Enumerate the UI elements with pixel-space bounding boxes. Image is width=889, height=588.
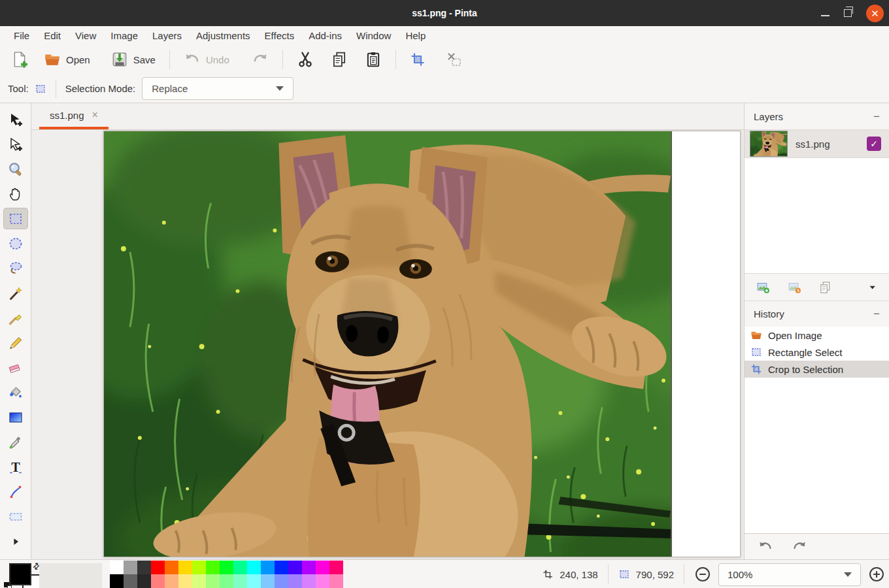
tool-magic-wand[interactable] [3,282,28,304]
reset-colors-icon[interactable] [4,582,12,588]
tool-paintbrush[interactable] [3,307,28,329]
tool-line-curve[interactable] [3,481,28,502]
palette-swatch[interactable] [247,574,261,588]
open-button[interactable]: Open [38,48,96,71]
palette-swatch[interactable] [329,574,343,588]
palette-swatch[interactable] [316,574,329,588]
palette-swatch[interactable] [206,574,220,588]
palette-swatch[interactable] [247,561,261,574]
palette-swatch[interactable] [233,574,247,588]
palette-swatch[interactable] [220,561,233,574]
palette-swatch[interactable] [302,561,316,574]
palette-swatch[interactable] [220,574,233,588]
minimize-button[interactable] [821,15,830,16]
tool-lasso-select[interactable] [3,257,28,279]
history-undo-button[interactable] [758,539,773,555]
tool-rectangle-shape[interactable] [3,506,28,527]
tool-paint-bucket[interactable] [3,382,28,403]
palette-swatch[interactable] [192,561,206,574]
palette-swatch[interactable] [261,574,275,588]
palette-swatch[interactable] [288,574,302,588]
undo-button[interactable]: Undo [178,48,235,71]
history-redo-button[interactable] [792,539,807,555]
tool-rectangle-select[interactable] [3,208,28,229]
close-button[interactable]: ✕ [866,5,884,22]
menu-window[interactable]: Window [349,29,398,42]
palette-swatch[interactable] [110,574,124,588]
palette-swatch[interactable] [233,561,247,574]
menu-file[interactable]: File [7,29,37,42]
palette-swatch[interactable] [137,574,151,588]
add-layer-button[interactable] [756,280,770,295]
tool-pan[interactable] [3,183,28,204]
crop-to-selection-button[interactable] [404,48,431,71]
menu-edit[interactable]: Edit [37,29,68,42]
tool-options-bar: Tool: Selection Mode: Replace [0,74,889,103]
palette-swatch[interactable] [275,561,288,574]
tool-move-selection[interactable] [3,108,28,130]
palette-swatch[interactable] [165,561,178,574]
copy-button[interactable] [325,48,354,71]
foreground-color-swatch[interactable] [9,563,31,585]
toolbox-expander[interactable] [3,531,28,552]
recently-used-colors [39,563,102,588]
palette-swatch[interactable] [206,561,220,574]
layer-row-ss1png[interactable]: ss1.png ✓ [745,129,889,158]
save-button[interactable]: Save [105,48,161,71]
layer-properties-button[interactable] [788,280,801,295]
palette-swatch[interactable] [178,574,192,588]
menu-help[interactable]: Help [398,29,433,42]
redo-button[interactable] [246,48,275,71]
duplicate-layer-button[interactable] [818,280,832,295]
palette-swatch[interactable] [316,561,329,574]
tool-ellipse-select[interactable] [3,233,28,254]
palette-swatch[interactable] [124,561,137,574]
palette-swatch[interactable] [288,561,302,574]
zoom-out-button[interactable] [694,566,711,583]
menu-layers[interactable]: Layers [145,29,189,42]
history-minimize-button[interactable]: − [873,308,880,319]
tool-pencil[interactable] [3,332,28,353]
new-image-button[interactable] [5,48,34,71]
palette-swatch[interactable] [329,561,343,574]
menu-addins[interactable]: Add-ins [301,29,349,42]
cut-button[interactable] [291,48,320,71]
tool-move-selected[interactable] [3,133,28,155]
tool-zoom[interactable] [3,158,28,180]
zoom-in-button[interactable] [868,566,885,583]
restore-button[interactable] [844,9,852,17]
tool-color-picker[interactable] [3,431,28,453]
layers-minimize-button[interactable]: − [873,111,880,122]
tool-eraser[interactable] [3,357,28,378]
history-item-open-image[interactable]: Open Image [745,327,889,344]
tool-text[interactable] [3,456,28,478]
palette-swatch[interactable] [151,574,165,588]
history-item-crop-to-selection[interactable]: Crop to Selection [745,361,889,378]
palette-swatch[interactable] [192,574,206,588]
deselect-button[interactable] [441,48,468,71]
palette-swatch[interactable] [261,561,275,574]
menu-adjustments[interactable]: Adjustments [189,29,258,42]
palette-swatch[interactable] [151,561,165,574]
palette-swatch[interactable] [165,574,178,588]
palette-swatch[interactable] [137,561,151,574]
layer-menu-caret-button[interactable] [867,282,877,293]
tab-ss1png[interactable]: ss1.png × [39,103,109,129]
palette-color-widget[interactable]: ⇄ [4,563,38,588]
menu-effects[interactable]: Effects [258,29,302,42]
palette-swatch[interactable] [275,574,288,588]
palette-swatch[interactable] [110,561,124,574]
zoom-level-dropdown[interactable]: 100% [718,563,861,586]
history-item-rectangle-select[interactable]: Rectangle Select [745,344,889,361]
palette-swatch[interactable] [178,561,192,574]
menu-image[interactable]: Image [103,29,145,42]
palette-swatch[interactable] [302,574,316,588]
canvas[interactable] [103,131,741,557]
tool-gradient[interactable] [3,406,28,428]
palette-swatch[interactable] [124,574,137,588]
tab-close-icon[interactable]: × [92,109,98,121]
layer-visibility-checkbox[interactable]: ✓ [867,137,881,151]
paste-button[interactable] [359,48,388,71]
selection-mode-dropdown[interactable]: Replace [142,77,294,100]
menu-view[interactable]: View [68,29,103,42]
